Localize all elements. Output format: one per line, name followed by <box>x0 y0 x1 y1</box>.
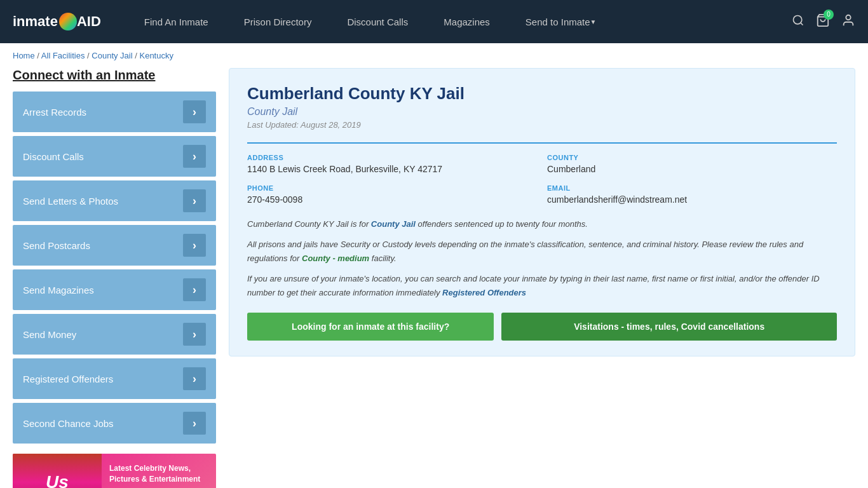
sidebar-arrow-icon: › <box>183 278 206 301</box>
facility-desc-2: All prisons and jails have Security or C… <box>247 238 837 266</box>
breadcrumb: Home / All Facilities / County Jail / Ke… <box>0 43 868 68</box>
sidebar-arrow-icon: › <box>183 367 206 390</box>
nav-icons: 0 <box>792 13 855 30</box>
breadcrumb-home[interactable]: Home <box>13 51 35 60</box>
sidebar-item-arrest-records[interactable]: Arrest Records › <box>13 92 216 132</box>
logo[interactable]: inmate AID <box>13 13 101 30</box>
sidebar-item-second-chance-jobs[interactable]: Second Chance Jobs › <box>13 403 216 444</box>
sidebar-item-label: Send Letters & Photos <box>23 196 118 207</box>
facility-subtitle: County Jail <box>247 106 837 118</box>
facility-updated: Last Updated: August 28, 2019 <box>247 120 837 130</box>
sidebar-item-send-money[interactable]: Send Money › <box>13 314 216 355</box>
sidebar-arrow-icon: › <box>183 234 206 257</box>
sidebar-arrow-icon: › <box>183 189 206 212</box>
phone-block: PHONE 270-459-0098 <box>247 184 537 205</box>
facility-desc-1: Cumberland County KY Jail is for County … <box>247 217 837 231</box>
county-value: Cumberland <box>547 164 837 174</box>
user-icon[interactable] <box>841 13 855 30</box>
facility-desc-3: If you are unsure of your inmate's locat… <box>247 272 837 300</box>
ad-banner-logo: Us <box>13 454 102 488</box>
address-label: ADDRESS <box>247 154 537 161</box>
cart-icon[interactable]: 0 <box>816 13 830 30</box>
nav-send-to-inmate[interactable]: Send to Inmate <box>508 0 614 43</box>
svg-point-0 <box>794 15 802 24</box>
ad-title: Latest Celebrity News, Pictures & Entert… <box>109 463 208 485</box>
content-area: Cumberland County KY Jail County Jail La… <box>229 68 855 488</box>
ad-banner[interactable]: Us Latest Celebrity News, Pictures & Ent… <box>13 454 216 488</box>
county-block: COUNTY Cumberland <box>547 154 837 174</box>
search-icon[interactable] <box>792 14 804 30</box>
breadcrumb-all-facilities[interactable]: All Facilities <box>41 51 85 60</box>
county-jail-link[interactable]: County Jail <box>371 219 416 229</box>
sidebar-item-send-letters[interactable]: Send Letters & Photos › <box>13 180 216 221</box>
logo-icon <box>59 13 77 30</box>
nav-discount-calls[interactable]: Discount Calls <box>329 0 426 43</box>
address-value: 1140 B Lewis Creek Road, Burkesville, KY… <box>247 164 537 174</box>
main-layout: Connect with an Inmate Arrest Records › … <box>0 68 868 488</box>
sidebar: Connect with an Inmate Arrest Records › … <box>13 68 216 488</box>
nav-find-inmate[interactable]: Find An Inmate <box>126 0 226 43</box>
nav-links: Find An Inmate Prison Directory Discount… <box>126 0 792 43</box>
sidebar-arrow-icon: › <box>183 145 206 168</box>
phone-label: PHONE <box>247 184 537 192</box>
sidebar-item-send-magazines[interactable]: Send Magazines › <box>13 269 216 310</box>
facility-title: Cumberland County KY Jail <box>247 84 837 104</box>
sidebar-arrow-icon: › <box>183 412 206 435</box>
facility-info-grid: ADDRESS 1140 B Lewis Creek Road, Burkesv… <box>247 142 837 205</box>
sidebar-item-registered-offenders[interactable]: Registered Offenders › <box>13 358 216 399</box>
sidebar-item-label: Second Chance Jobs <box>23 418 114 429</box>
registered-offenders-link[interactable]: Registered Offenders <box>442 288 526 297</box>
address-block: ADDRESS 1140 B Lewis Creek Road, Burkesv… <box>247 154 537 174</box>
navbar: inmate AID Find An Inmate Prison Directo… <box>0 0 868 43</box>
sidebar-item-discount-calls[interactable]: Discount Calls › <box>13 136 216 177</box>
sidebar-item-label: Send Money <box>23 329 76 340</box>
sidebar-item-label: Send Magazines <box>23 285 94 295</box>
phone-value: 270-459-0098 <box>247 194 537 205</box>
county-label: COUNTY <box>547 154 837 161</box>
sidebar-title: Connect with an Inmate <box>13 68 216 83</box>
nav-prison-directory[interactable]: Prison Directory <box>226 0 330 43</box>
visitation-button[interactable]: Visitations - times, rules, Covid cancel… <box>501 313 837 341</box>
breadcrumb-state[interactable]: Kentucky <box>139 51 173 60</box>
sidebar-item-send-postcards[interactable]: Send Postcards › <box>13 225 216 266</box>
logo-text2: AID <box>77 13 101 30</box>
svg-point-3 <box>846 15 850 19</box>
county-medium-link[interactable]: County - medium <box>302 254 369 263</box>
find-inmate-button[interactable]: Looking for an inmate at this facility? <box>247 313 494 341</box>
action-buttons: Looking for an inmate at this facility? … <box>247 313 837 341</box>
sidebar-item-label: Arrest Records <box>23 107 86 118</box>
facility-card: Cumberland County KY Jail County Jail La… <box>229 68 855 356</box>
cart-badge: 0 <box>824 10 834 20</box>
email-value: cumberlandsheriff@windstream.net <box>547 194 837 205</box>
breadcrumb-county-jail[interactable]: County Jail <box>92 51 132 60</box>
svg-line-1 <box>801 22 803 25</box>
sidebar-item-label: Registered Offenders <box>23 374 113 384</box>
sidebar-arrow-icon: › <box>183 100 206 123</box>
email-block: EMAIL cumberlandsheriff@windstream.net <box>547 184 837 205</box>
email-label: EMAIL <box>547 184 837 192</box>
sidebar-item-label: Send Postcards <box>23 240 90 251</box>
nav-magazines[interactable]: Magazines <box>426 0 508 43</box>
sidebar-item-label: Discount Calls <box>23 151 84 162</box>
logo-text: inmate <box>13 13 58 30</box>
ad-banner-content: Latest Celebrity News, Pictures & Entert… <box>102 458 216 488</box>
sidebar-arrow-icon: › <box>183 323 206 346</box>
